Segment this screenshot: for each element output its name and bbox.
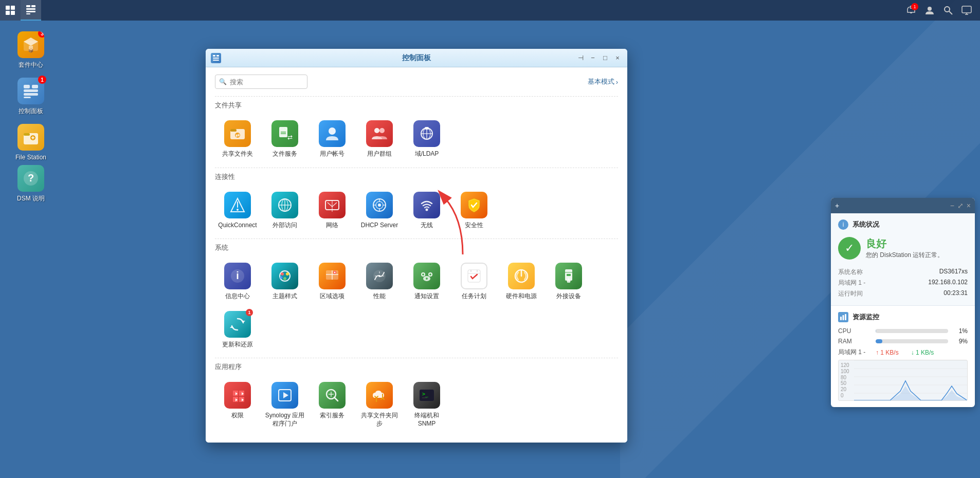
svg-point-48 (379, 128, 385, 133)
display-icon[interactable] (958, 2, 975, 19)
external-devices-icon (555, 263, 582, 289)
notification-icon[interactable]: 1 (903, 2, 919, 19)
security-label: 安全性 (465, 222, 483, 230)
region-icon (319, 263, 346, 289)
dsm-help-label: DSM 说明 (17, 195, 45, 203)
cp-item-notification[interactable]: 通知设置 (404, 259, 449, 305)
cp-item-external-access[interactable]: 外部访问 (262, 188, 307, 234)
cp-item-file-service[interactable]: ⇄ 文件服务 (262, 116, 307, 162)
cp-maximize-button[interactable]: □ (601, 53, 610, 63)
status-good-row: ✓ 良好 您的 DiskStation 运转正常。 (838, 235, 968, 262)
svg-point-56 (237, 209, 239, 211)
cp-item-indexing[interactable]: 索引服务 (310, 378, 355, 432)
cp-close-button[interactable]: × (613, 53, 622, 63)
cp-minimize-button[interactable]: − (588, 53, 597, 63)
svg-rect-5 (31, 5, 35, 7)
svg-point-65 (378, 204, 381, 207)
notification-settings-icon (413, 263, 440, 289)
shared-folder-label: 共享文件夹 (222, 150, 253, 158)
cp-item-performance[interactable]: 性能 (357, 259, 402, 305)
cp-item-cloud-sync[interactable]: 共享文件夹同步 (357, 378, 402, 432)
cp-item-usergroup[interactable]: 用户群组 (357, 116, 402, 162)
cp-item-quickconnect[interactable]: QuickConnect (215, 188, 260, 234)
applications-grid: 权限 Synology 应用程序门户 (215, 375, 618, 435)
dhcp-label: DHCP Server (361, 222, 398, 230)
control-panel-titlebar: 控制面板 ⊣ − □ × (206, 49, 627, 67)
widget-close-button[interactable]: × (967, 201, 971, 210)
widget-minimize-button[interactable]: − (950, 201, 954, 210)
svg-point-93 (426, 278, 428, 280)
cp-item-user[interactable]: 用户帐号 (310, 116, 355, 162)
svg-rect-35 (216, 55, 219, 57)
net-label: 局域网 1 - (838, 348, 872, 357)
cp-item-theme[interactable]: 主题样式 (262, 259, 307, 305)
task-scheduler-label: 任务计划 (462, 292, 486, 301)
cpu-row: CPU 1% (838, 327, 968, 335)
svg-point-75 (286, 272, 289, 275)
widget-title-controls: − ⤢ × (950, 201, 971, 210)
svg-point-12 (928, 7, 932, 11)
performance-icon (366, 263, 393, 289)
search-icon[interactable] (940, 2, 956, 19)
svg-rect-119 (843, 315, 844, 320)
cloud-sync-icon (366, 382, 393, 409)
lan-label: 局域网 1 - (838, 279, 865, 287)
cp-body: 基本模式 › 文件共享 ⇄ 共享文件夹 (206, 67, 627, 443)
theme-label: 主题样式 (273, 292, 297, 301)
usergroup-icon (366, 120, 393, 147)
desktop-icon-package-center[interactable]: 📦 3 套件中心 (10, 28, 51, 72)
info-center-label: 信息中心 (225, 292, 250, 301)
resource-header: 资源监控 (838, 312, 968, 322)
cp-item-hardware[interactable]: 硬件和电源 (499, 259, 544, 305)
user-icon[interactable] (921, 2, 938, 19)
cp-item-security[interactable]: 安全性 (451, 188, 497, 234)
cp-item-dhcp[interactable]: DHCP Server (357, 188, 402, 234)
desktop-icon-file-station[interactable]: File Station (10, 121, 51, 165)
svg-text:📦: 📦 (28, 48, 33, 53)
cp-item-synology-portal[interactable]: Synology 应用程序门户 (262, 378, 307, 432)
apps-grid-button[interactable] (0, 0, 21, 21)
system-status-header: i 系统状况 (838, 219, 968, 230)
section-applications: 应用程序 (215, 358, 618, 375)
svg-rect-3 (11, 11, 15, 15)
svg-point-84 (378, 275, 380, 277)
ram-row: RAM 9% (838, 338, 968, 345)
domain-icon (413, 120, 440, 147)
svg-text:?: ? (28, 172, 34, 183)
desktop-icon-dsm-help[interactable]: ? DSM 说明 (10, 162, 51, 206)
search-input[interactable] (215, 75, 307, 89)
cp-item-task-scheduler[interactable]: 任务计划 (451, 259, 497, 305)
cp-item-shared-folder[interactable]: ⇄ 共享文件夹 (215, 116, 260, 162)
info-row-sysname: 系统名称 DS3617xs (838, 267, 968, 278)
taskbar-app-controlpanel[interactable] (21, 0, 41, 21)
user-label: 用户帐号 (320, 150, 344, 158)
cp-item-privilege[interactable]: 权限 (215, 378, 260, 432)
cloud-sync-label: 共享文件夹同步 (359, 412, 400, 428)
synology-portal-icon (271, 382, 298, 409)
widget-expand-button[interactable]: ⤢ (957, 201, 964, 210)
cp-item-domain[interactable]: 域/LDAP (404, 116, 449, 162)
cp-item-info-center[interactable]: i 信息中心 (215, 259, 260, 305)
status-circle: ✓ (838, 237, 861, 260)
svg-marker-109 (283, 392, 288, 398)
resource-icon (838, 312, 848, 322)
cp-item-wireless[interactable]: 无线 (404, 188, 449, 234)
resource-section: 资源监控 CPU 1% RAM 9% 局域网 1 - ↑ 1 KB/s ↓ 1 … (831, 306, 975, 407)
cp-item-external-devices[interactable]: 外接设备 (546, 259, 591, 305)
cp-item-terminal-snmp[interactable]: >_ 终端机和 SNMP (404, 378, 449, 432)
external-devices-label: 外接设备 (556, 292, 581, 301)
cp-item-region[interactable]: 区域选项 (310, 259, 355, 305)
cp-pin-button[interactable]: ⊣ (576, 53, 585, 63)
indexing-label: 索引服务 (320, 412, 344, 420)
basic-mode-button[interactable]: 基本模式 › (588, 77, 618, 86)
cpu-label: CPU (838, 327, 872, 335)
cp-item-update-restore[interactable]: 1 更新和还原 (215, 307, 260, 353)
svg-rect-37 (213, 60, 219, 61)
cp-item-network[interactable]: 网络 (310, 188, 355, 234)
system-status-title: 系统状况 (852, 220, 879, 229)
control-panel-window: 控制面板 ⊣ − □ × 基本模式 › 文件共享 (206, 49, 627, 443)
desktop-icon-control-panel[interactable]: 1 控制面板 (10, 75, 51, 119)
system-status-widget: + − ⤢ × i 系统状况 ✓ 良好 您的 DiskStation 运转正常。… (831, 198, 975, 407)
net-up: ↑ 1 KB/s (876, 349, 899, 356)
cpu-bar-container (876, 329, 948, 333)
